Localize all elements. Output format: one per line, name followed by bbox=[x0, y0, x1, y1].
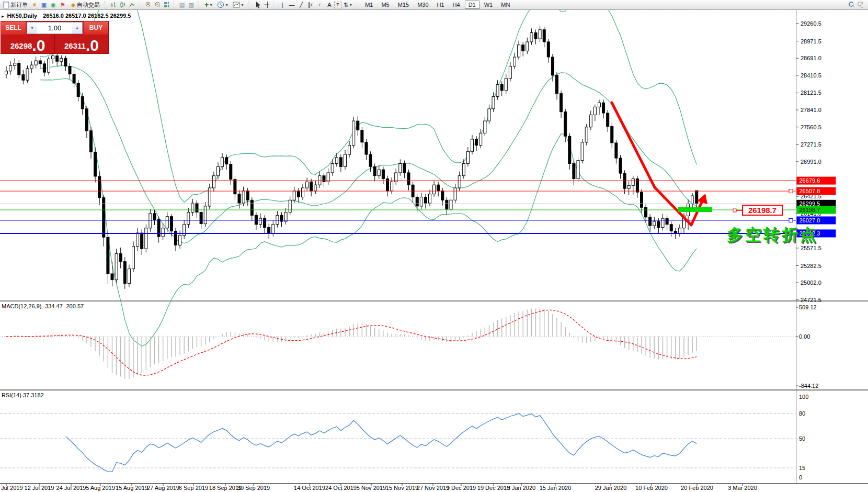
cascade-charts-icon[interactable]: ▥ bbox=[187, 1, 196, 9]
crosshair-tool-icon[interactable] bbox=[262, 1, 271, 9]
chevron-down-icon: ▼ bbox=[349, 3, 352, 7]
line-chart-icon[interactable] bbox=[127, 1, 136, 9]
zoom-out-icon[interactable] bbox=[152, 1, 162, 9]
trendline-tool-icon[interactable]: ╱ bbox=[296, 1, 306, 9]
svg-text:29260.5: 29260.5 bbox=[801, 20, 821, 27]
line-anchor[interactable] bbox=[789, 218, 793, 222]
search-icon[interactable] bbox=[846, 1, 855, 9]
ohlc-values: 26516.0 26517.0 26162.5 26299.5 bbox=[43, 13, 131, 19]
timeframe-m15[interactable]: M15 bbox=[394, 1, 413, 9]
svg-text:25282.5: 25282.5 bbox=[801, 263, 821, 269]
callout-leader bbox=[733, 209, 742, 212]
timeframe-m5[interactable]: M5 bbox=[378, 1, 393, 9]
toolbar-separator bbox=[139, 2, 141, 8]
signals-icon[interactable]: ◉ bbox=[49, 1, 58, 9]
templates-button[interactable]: ▼ bbox=[231, 1, 246, 9]
svg-text:509.12: 509.12 bbox=[799, 304, 817, 310]
svg-text:15 Aug 2019: 15 Aug 2019 bbox=[116, 485, 148, 491]
periods-button[interactable]: ▼ bbox=[215, 1, 231, 9]
svg-text:18 Sep 2019: 18 Sep 2019 bbox=[209, 485, 242, 491]
sell-button[interactable]: SELL bbox=[1, 21, 26, 35]
toolbar-separator bbox=[273, 2, 276, 8]
svg-text:26027.0: 26027.0 bbox=[800, 217, 820, 223]
arrange-charts-icon[interactable]: ▤ bbox=[177, 1, 187, 9]
horizontal-line-tool-icon[interactable]: — bbox=[287, 1, 296, 9]
support-zone-bar[interactable] bbox=[678, 207, 712, 212]
svg-text:10 Feb 2020: 10 Feb 2020 bbox=[635, 485, 668, 491]
timeframe-group: M1M5M15M30H1H4D1W1MN bbox=[361, 2, 514, 8]
arrows-tool-button[interactable]: ⇅▼ bbox=[341, 1, 355, 9]
bid-price-main: 26298 bbox=[10, 42, 32, 50]
mailbox-icon[interactable]: ⚑ bbox=[58, 1, 67, 9]
price-label-26027.0 bbox=[797, 216, 836, 224]
zoom-in-icon[interactable] bbox=[143, 1, 152, 9]
timeframe-w1[interactable]: W1 bbox=[481, 1, 497, 9]
fibonacci-tool-icon[interactable]: F bbox=[315, 1, 325, 9]
text-tool-icon[interactable]: A bbox=[325, 1, 334, 9]
trend-arrow[interactable] bbox=[612, 103, 707, 225]
cursor-tool-icon[interactable] bbox=[253, 1, 262, 9]
trend-arrow-head bbox=[697, 194, 707, 204]
add-indicator-button[interactable]: +▼ bbox=[202, 1, 215, 9]
trend-arrow-line[interactable] bbox=[612, 103, 703, 225]
annotation-layer bbox=[0, 0, 868, 492]
arrows-icon: ⇅ bbox=[344, 2, 348, 8]
ask-price[interactable]: 26311 .0 bbox=[55, 35, 108, 53]
virtual-hosting-icon[interactable]: ▣ bbox=[39, 1, 49, 9]
buy-button[interactable]: BUY bbox=[84, 21, 108, 35]
bar-chart-icon[interactable] bbox=[108, 1, 118, 9]
timeframe-mn[interactable]: MN bbox=[497, 1, 513, 9]
svg-text:12 Jul 2019: 12 Jul 2019 bbox=[25, 485, 54, 491]
svg-text:15: 15 bbox=[799, 465, 805, 471]
rsi-pane: 1008050150 bbox=[0, 394, 808, 480]
timeframe-d1[interactable]: D1 bbox=[465, 1, 479, 9]
svg-text:26421.5: 26421.5 bbox=[801, 193, 821, 199]
line-anchor[interactable] bbox=[789, 189, 793, 193]
equidistant-channel-tool-icon[interactable]: ∥E bbox=[306, 1, 315, 9]
time-axis: Jul 201912 Jul 201924 Jul 20195 Aug 2019… bbox=[1, 484, 757, 491]
tile-windows-icon[interactable] bbox=[162, 1, 171, 9]
vertical-line-tool-icon[interactable]: | bbox=[278, 1, 287, 9]
svg-text:26198.7: 26198.7 bbox=[800, 207, 820, 213]
toolbar-separator bbox=[198, 2, 201, 8]
auto-trading-button[interactable]: ◆ 自动交易 bbox=[67, 1, 102, 9]
new-order-button[interactable]: 新订单 bbox=[1, 1, 30, 9]
svg-text:6 Sep 2019: 6 Sep 2019 bbox=[179, 485, 208, 491]
bid-price[interactable]: 26298 .0 bbox=[1, 35, 55, 53]
chat-icon[interactable] bbox=[855, 1, 865, 9]
svg-text:30 Sep 2019: 30 Sep 2019 bbox=[237, 485, 270, 491]
price-callout[interactable]: 26198.7 bbox=[742, 205, 783, 216]
timeframe-m1[interactable]: M1 bbox=[361, 1, 376, 9]
candlestick-chart-icon[interactable] bbox=[118, 1, 127, 9]
svg-text:-844.12: -844.12 bbox=[799, 383, 818, 389]
cn-annotation[interactable]: 多空转折点 bbox=[727, 224, 818, 246]
new-order-label: 新订单 bbox=[10, 1, 28, 9]
svg-text:28121.5: 28121.5 bbox=[801, 90, 821, 96]
timeframe-h1[interactable]: H1 bbox=[433, 1, 448, 9]
bollinger-bands bbox=[40, 0, 697, 346]
svg-text:29 Jan 2020: 29 Jan 2020 bbox=[595, 485, 627, 491]
svg-text:27560.5: 27560.5 bbox=[801, 124, 821, 130]
svg-text:24721.5: 24721.5 bbox=[801, 297, 821, 303]
timeframe-h4[interactable]: H4 bbox=[449, 1, 464, 9]
price-label-26299.5 bbox=[797, 200, 836, 208]
market-icon[interactable]: ▼ bbox=[30, 1, 39, 9]
svg-text:24 Jul 2019: 24 Jul 2019 bbox=[56, 485, 86, 491]
svg-text:100: 100 bbox=[799, 394, 808, 400]
svg-text:20 Feb 2020: 20 Feb 2020 bbox=[681, 485, 713, 491]
volume-increase-button[interactable]: ▲ bbox=[72, 23, 82, 33]
svg-text:24 Oct 2019: 24 Oct 2019 bbox=[325, 485, 357, 491]
svg-text:19 Dec 2019: 19 Dec 2019 bbox=[477, 485, 510, 491]
svg-text:26141.0: 26141.0 bbox=[801, 210, 821, 217]
svg-text:15 Jan 2020: 15 Jan 2020 bbox=[540, 485, 572, 491]
svg-text:28971.5: 28971.5 bbox=[801, 38, 821, 44]
svg-text:80: 80 bbox=[799, 410, 805, 417]
new-order-icon bbox=[3, 2, 9, 8]
text-label-tool-icon[interactable]: T bbox=[334, 2, 341, 8]
timeframe-m30[interactable]: M30 bbox=[414, 1, 432, 9]
volume-input[interactable] bbox=[37, 23, 72, 33]
svg-text:5 Aug 2019: 5 Aug 2019 bbox=[86, 485, 115, 491]
volume-decrease-button[interactable]: ▼ bbox=[27, 23, 37, 33]
svg-text:Jul 2019: Jul 2019 bbox=[1, 485, 23, 491]
chart-title: ▸ HK50,Daily 26516.0 26517.0 26162.5 262… bbox=[2, 13, 131, 19]
